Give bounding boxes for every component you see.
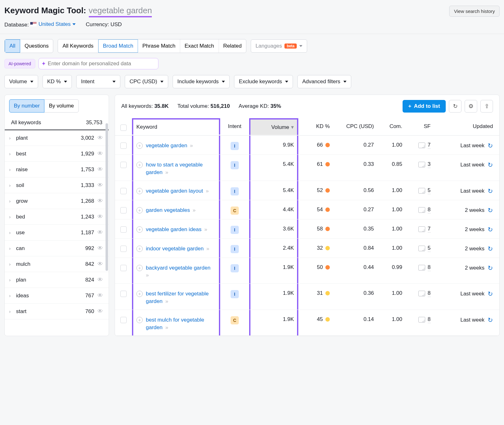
scrollbar-thumb[interactable] bbox=[106, 123, 108, 271]
serp-features-icon[interactable] bbox=[418, 143, 425, 148]
sidebar-item[interactable]: › can 992 👁 bbox=[5, 241, 109, 256]
settings-button[interactable]: ⚙ bbox=[465, 100, 477, 113]
tab-all-keywords[interactable]: All Keywords bbox=[58, 39, 98, 53]
serp-features-icon[interactable] bbox=[418, 162, 425, 167]
eye-icon[interactable]: 👁 bbox=[97, 182, 103, 189]
row-checkbox[interactable] bbox=[120, 246, 127, 252]
eye-icon[interactable]: 👁 bbox=[97, 135, 103, 141]
ai-domain-input-wrapper[interactable]: ✦ bbox=[38, 58, 158, 69]
sidebar-tab-by-volume[interactable]: By volume bbox=[44, 99, 78, 113]
filter-include-keywords[interactable]: Include keywords bbox=[173, 75, 230, 88]
refresh-row-icon[interactable]: ↻ bbox=[488, 207, 493, 214]
expand-keyword-icon[interactable]: + bbox=[136, 162, 143, 168]
row-checkbox[interactable] bbox=[120, 317, 127, 323]
serp-features-icon[interactable] bbox=[418, 265, 425, 271]
expand-keyword-icon[interactable]: + bbox=[136, 265, 143, 271]
serp-features-icon[interactable] bbox=[418, 207, 425, 213]
row-checkbox[interactable] bbox=[120, 143, 127, 149]
refresh-row-icon[interactable]: ↻ bbox=[488, 264, 493, 272]
view-search-history-button[interactable]: View search history bbox=[449, 6, 500, 17]
keyword-link[interactable]: best fertilizer for vegetable garden bbox=[146, 291, 209, 304]
col-kd[interactable]: KD % bbox=[298, 119, 333, 134]
col-volume[interactable]: Volume▾ bbox=[249, 118, 298, 135]
keyword-link[interactable]: vegetable garden layout bbox=[146, 188, 203, 194]
refresh-row-icon[interactable]: ↻ bbox=[488, 245, 493, 253]
serp-features-icon[interactable] bbox=[418, 317, 425, 323]
eye-icon[interactable]: 👁 bbox=[97, 277, 103, 283]
row-checkbox[interactable] bbox=[120, 207, 127, 213]
keyword-link[interactable]: vegetable garden ideas bbox=[146, 226, 202, 232]
sidebar-item[interactable]: › plant 3,002 👁 bbox=[5, 130, 109, 146]
keyword-link[interactable]: indoor vegetable garden bbox=[146, 246, 203, 252]
database-select[interactable]: United States bbox=[30, 21, 76, 27]
filter-kd[interactable]: KD % bbox=[43, 75, 72, 88]
eye-icon[interactable]: 👁 bbox=[97, 245, 103, 252]
eye-icon[interactable]: 👁 bbox=[97, 261, 103, 267]
refresh-button[interactable]: ↻ bbox=[449, 100, 461, 113]
sidebar-item[interactable]: › grow 1,268 👁 bbox=[5, 193, 109, 209]
refresh-row-icon[interactable]: ↻ bbox=[488, 290, 493, 298]
sidebar-item[interactable]: › use 1,187 👁 bbox=[5, 225, 109, 241]
tab-related[interactable]: Related bbox=[219, 39, 246, 53]
col-keyword[interactable]: Keyword bbox=[132, 118, 220, 135]
expand-keyword-icon[interactable]: + bbox=[136, 143, 143, 149]
col-sf[interactable]: SF bbox=[405, 119, 434, 134]
tab-exact-match[interactable]: Exact Match bbox=[180, 39, 219, 53]
eye-icon[interactable]: 👁 bbox=[97, 213, 103, 220]
expand-keyword-icon[interactable]: + bbox=[136, 291, 143, 297]
expand-keyword-icon[interactable]: + bbox=[136, 226, 143, 233]
expand-keyword-icon[interactable]: + bbox=[136, 317, 143, 323]
serp-features-icon[interactable] bbox=[418, 188, 425, 194]
eye-icon[interactable]: 👁 bbox=[97, 198, 103, 204]
serp-features-icon[interactable] bbox=[418, 246, 425, 251]
ai-domain-input[interactable] bbox=[48, 61, 155, 67]
eye-icon[interactable]: 👁 bbox=[97, 229, 103, 236]
refresh-row-icon[interactable]: ↻ bbox=[488, 142, 493, 149]
eye-icon[interactable]: 👁 bbox=[97, 292, 103, 299]
sidebar-tab-by-number[interactable]: By number bbox=[9, 99, 44, 113]
expand-keyword-icon[interactable]: + bbox=[136, 246, 143, 252]
expand-keyword-icon[interactable]: + bbox=[136, 188, 143, 194]
filter-exclude-keywords[interactable]: Exclude keywords bbox=[234, 75, 293, 88]
sidebar-item[interactable]: › bed 1,243 👁 bbox=[5, 209, 109, 225]
sidebar-item[interactable]: › ideas 767 👁 bbox=[5, 288, 109, 304]
sidebar-all-keywords-label[interactable]: All keywords bbox=[11, 119, 41, 126]
col-com[interactable]: Com. bbox=[377, 119, 405, 134]
add-to-list-button[interactable]: +Add to list bbox=[403, 100, 446, 113]
row-checkbox[interactable] bbox=[120, 265, 127, 271]
sidebar-item[interactable]: › raise 1,753 👁 bbox=[5, 162, 109, 178]
row-checkbox[interactable] bbox=[120, 188, 127, 194]
languages-select[interactable]: Languages beta bbox=[251, 39, 307, 53]
sidebar-item[interactable]: › mulch 842 👁 bbox=[5, 256, 109, 272]
tab-all[interactable]: All bbox=[5, 39, 20, 53]
serp-features-icon[interactable] bbox=[418, 291, 425, 296]
sidebar-item[interactable]: › start 760 👁 bbox=[5, 304, 109, 319]
keyword-link[interactable]: backyard vegetable garden bbox=[146, 265, 210, 271]
refresh-row-icon[interactable]: ↻ bbox=[488, 316, 493, 324]
tab-questions[interactable]: Questions bbox=[20, 39, 53, 53]
eye-icon[interactable]: 👁 bbox=[97, 166, 103, 173]
filter-cpc[interactable]: CPC (USD) bbox=[125, 75, 168, 88]
filter-volume[interactable]: Volume bbox=[4, 75, 38, 88]
serp-features-icon[interactable] bbox=[418, 226, 425, 232]
col-intent[interactable]: Intent bbox=[220, 119, 249, 134]
refresh-row-icon[interactable]: ↻ bbox=[488, 161, 493, 169]
sidebar-scrollbar[interactable] bbox=[106, 123, 108, 334]
tab-phrase-match[interactable]: Phrase Match bbox=[138, 39, 180, 53]
refresh-row-icon[interactable]: ↻ bbox=[488, 226, 493, 233]
row-checkbox[interactable] bbox=[120, 162, 127, 168]
keyword-link[interactable]: how to start a vegetable garden bbox=[146, 162, 203, 175]
refresh-row-icon[interactable]: ↻ bbox=[488, 187, 493, 195]
sidebar-item[interactable]: › plan 824 👁 bbox=[5, 272, 109, 288]
keyword-link[interactable]: garden vegetables bbox=[146, 207, 190, 213]
filter-advanced[interactable]: Advanced filters bbox=[297, 75, 351, 88]
export-button[interactable]: ⇪ bbox=[480, 100, 493, 113]
keyword-link[interactable]: best mulch for vegetable garden bbox=[146, 317, 204, 330]
keyword-link[interactable]: vegetable garden bbox=[146, 143, 187, 148]
sidebar-item[interactable]: › soil 1,333 👁 bbox=[5, 178, 109, 193]
row-checkbox[interactable] bbox=[120, 226, 127, 233]
row-checkbox[interactable] bbox=[120, 291, 127, 297]
tab-broad-match[interactable]: Broad Match bbox=[98, 39, 138, 53]
filter-intent[interactable]: Intent bbox=[76, 75, 120, 88]
select-all-checkbox[interactable] bbox=[120, 125, 127, 131]
